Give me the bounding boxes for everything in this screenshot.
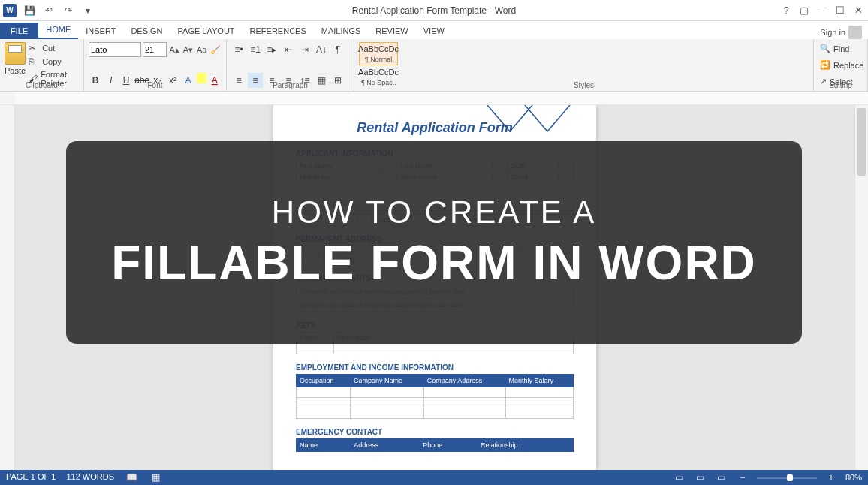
minimize-icon[interactable]: —	[817, 5, 827, 16]
copy-label: Copy	[42, 57, 62, 66]
zoom-in-icon[interactable]: +	[824, 472, 838, 483]
tab-home[interactable]: HOME	[38, 21, 78, 39]
font-group: A▴ A▾ Aa 🧹 B I U abc x₂ x² A A Font	[84, 39, 227, 91]
tab-references[interactable]: REFERENCES	[243, 23, 314, 39]
cut-icon: ✂	[29, 43, 39, 53]
qat-customize-icon[interactable]: ▾	[81, 4, 95, 17]
editing-group: 🔍Find 🔁Replace ↗Select Editing	[814, 39, 868, 91]
paragraph-group-label: Paragraph	[227, 81, 354, 89]
multilevel-icon[interactable]: ≡▸	[264, 42, 279, 57]
tab-page-layout[interactable]: PAGE LAYOUT	[170, 23, 243, 39]
cut-button[interactable]: ✂Cut	[27, 42, 79, 54]
help-icon[interactable]: ?	[781, 5, 791, 16]
decrease-indent-icon[interactable]: ⇤	[281, 42, 296, 57]
zoom-out-icon[interactable]: −	[736, 472, 749, 483]
grow-font-icon[interactable]: A▴	[168, 43, 180, 56]
replace-label: Replace	[833, 61, 863, 70]
replace-icon: 🔁	[820, 60, 830, 70]
tab-design[interactable]: DESIGN	[123, 23, 170, 39]
section-head-emergency: EMERGENCY CONTACT	[296, 428, 574, 436]
section-head-employment: EMPLOYMENT AND INCOME INFORMATION	[296, 363, 574, 372]
sort-icon[interactable]: A↓	[314, 42, 329, 57]
style---normal[interactable]: AaBbCcDc¶ Normal	[359, 42, 398, 65]
read-mode-icon[interactable]: ▭	[673, 472, 686, 483]
sign-in[interactable]: Sign in	[820, 26, 862, 39]
replace-button[interactable]: 🔁Replace	[818, 59, 863, 71]
overlay-line2: FILLABLE FORM IN WORD	[111, 235, 757, 291]
ribbon: Paste ✂Cut ⎘Copy 🖌Format Painter Clipboa…	[0, 39, 868, 92]
overlay-line1: HOW TO CREATE A	[272, 194, 596, 230]
avatar-icon	[848, 26, 862, 39]
numbering-icon[interactable]: ≡1	[248, 42, 263, 57]
font-name-input[interactable]	[89, 42, 141, 57]
page-indicator[interactable]: PAGE 1 OF 1	[6, 472, 56, 483]
save-icon[interactable]: 💾	[23, 4, 36, 17]
find-button[interactable]: 🔍Find	[818, 42, 863, 55]
change-case-icon[interactable]: Aa	[196, 43, 208, 56]
undo-icon[interactable]: ↶	[42, 4, 56, 17]
web-layout-icon[interactable]: ▭	[715, 472, 728, 483]
copy-button[interactable]: ⎘Copy	[27, 56, 79, 68]
vertical-scrollbar[interactable]	[854, 105, 868, 470]
zoom-slider[interactable]	[757, 477, 817, 479]
font-group-label: Font	[84, 81, 226, 89]
tab-review[interactable]: REVIEW	[368, 23, 415, 39]
title-bar: W 💾 ↶ ↷ ▾ Rental Application Form Templa…	[0, 0, 868, 21]
tab-file[interactable]: FILE	[0, 23, 38, 39]
word-count[interactable]: 112 WORDS	[66, 472, 114, 483]
font-size-input[interactable]	[143, 42, 167, 57]
scrollbar-thumb[interactable]	[857, 108, 866, 176]
find-icon: 🔍	[820, 44, 830, 53]
increase-indent-icon[interactable]: ⇥	[297, 42, 312, 57]
clear-format-icon[interactable]: 🧹	[209, 43, 222, 56]
find-label: Find	[833, 44, 849, 53]
show-marks-icon[interactable]: ¶	[330, 42, 345, 57]
emergency-table: NameAddressPhoneRelationship	[296, 438, 574, 452]
tab-mailings[interactable]: MAILINGS	[314, 23, 369, 39]
window-title: Rental Application Form Template - Word	[352, 5, 516, 16]
tab-view[interactable]: VIEW	[416, 23, 452, 39]
status-bar: PAGE 1 OF 1 112 WORDS 📖 ▦ ▭ ▭ ▭ − + 80%	[0, 470, 868, 485]
horizontal-ruler[interactable]	[0, 92, 868, 105]
zoom-level[interactable]: 80%	[845, 473, 862, 482]
tab-insert[interactable]: INSERT	[78, 23, 123, 39]
sign-in-label: Sign in	[820, 28, 845, 37]
macro-icon[interactable]: ▦	[149, 472, 162, 483]
employment-table: OccupationCompany NameCompany AddressMon…	[296, 374, 574, 419]
page-decoration	[484, 105, 574, 139]
ribbon-options-icon[interactable]: ▢	[799, 5, 809, 16]
redo-icon[interactable]: ↷	[62, 4, 75, 17]
paste-label: Paste	[5, 66, 26, 75]
clipboard-group-label: Clipboard	[0, 81, 83, 89]
ribbon-tabs: FILE HOME INSERT DESIGN PAGE LAYOUT REFE…	[0, 21, 868, 39]
close-icon[interactable]: ✕	[853, 5, 863, 16]
styles-group-label: Styles	[354, 81, 813, 89]
bullets-icon[interactable]: ≡•	[231, 42, 246, 57]
paste-icon	[5, 42, 26, 65]
shrink-font-icon[interactable]: A▾	[182, 43, 194, 56]
cut-label: Cut	[42, 44, 55, 53]
paragraph-group: ≡• ≡1 ≡▸ ⇤ ⇥ A↓ ¶ ≡ ≡ ≡ ≡ ↕≡ ▦ ⊞ Paragra…	[227, 39, 354, 91]
vertical-ruler[interactable]	[0, 105, 15, 470]
word-app-icon: W	[3, 4, 17, 17]
copy-icon: ⎘	[29, 56, 39, 67]
spellcheck-icon[interactable]: 📖	[125, 472, 138, 483]
styles-group: AaBbCcDc¶ NormalAaBbCcDc¶ No Spac...AaBb…	[354, 39, 814, 91]
editing-group-label: Editing	[814, 81, 867, 89]
print-layout-icon[interactable]: ▭	[694, 472, 707, 483]
clipboard-group: Paste ✂Cut ⎘Copy 🖌Format Painter Clipboa…	[0, 39, 84, 91]
maximize-icon[interactable]: ☐	[835, 5, 845, 16]
tutorial-overlay: HOW TO CREATE A FILLABLE FORM IN WORD	[66, 141, 802, 344]
